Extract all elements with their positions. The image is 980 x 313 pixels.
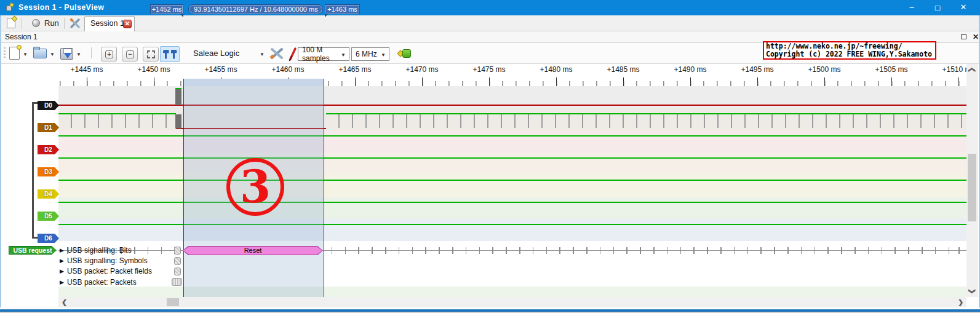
compressed-annotations-block <box>174 257 181 265</box>
reset-annotation-label: Reset <box>183 247 322 255</box>
new-view-dropdown-arrow[interactable]: ▼ <box>23 52 28 57</box>
vertical-scrollbar-thumb[interactable] <box>968 154 976 221</box>
horizontal-scrollbar-thumb[interactable] <box>167 298 179 306</box>
horizontal-scrollbar[interactable]: ❮ ❯ <box>58 297 966 307</box>
expand-arrow-icon[interactable]: ▶ <box>60 258 64 264</box>
pulseview-window: Session 1 - PulseView – ▢ ✕ Run Session … <box>0 0 980 313</box>
compressed-annotations-block <box>172 278 182 286</box>
vertical-scrollbar[interactable]: ❮ ❯ <box>966 64 978 297</box>
expand-arrow-icon[interactable]: ▶ <box>60 279 64 285</box>
new-session-icon[interactable] <box>7 18 15 28</box>
trace-d1-activity-burst <box>175 114 181 129</box>
expand-arrow-icon[interactable]: ▶ <box>60 268 64 274</box>
ruler-time-label: +1460 ms <box>271 65 304 74</box>
decoder-row-label: USB packet: Packets <box>67 278 137 287</box>
settings-tools-icon[interactable] <box>70 18 81 29</box>
decoder-row-label: USB signalling: Symbols <box>67 256 148 265</box>
cursor-flag-left[interactable]: +1452 ms <box>150 4 183 14</box>
sample-count-select[interactable]: 100 M samples▼ <box>298 47 349 61</box>
run-button[interactable]: Run <box>44 15 59 31</box>
decoder-group-tag[interactable]: USB request <box>9 246 57 255</box>
app-icon <box>5 2 15 12</box>
step-3-callout: 3 <box>226 158 284 216</box>
zoom-in-button[interactable]: + <box>101 47 117 61</box>
compressed-annotations-block <box>174 247 181 255</box>
scroll-up-icon[interactable]: ❮ <box>969 67 976 73</box>
open-file-icon[interactable] <box>33 49 47 58</box>
channel-tag-d3[interactable]: D3 <box>38 167 59 176</box>
window-border-left <box>0 15 1 313</box>
trace-d0-activity-burst <box>175 88 181 105</box>
scroll-right-icon[interactable]: ❯ <box>958 299 963 306</box>
decoder-row-label: USB signalling: Bits <box>67 246 132 255</box>
ruler-time-label: +1495 ms <box>741 65 773 74</box>
channel-tag-d4[interactable]: D4 <box>38 189 59 199</box>
window-title: Session 1 - PulseView <box>18 0 104 15</box>
callout-number: 3 <box>240 165 271 208</box>
ruler-time-label: +1490 ms <box>674 65 706 74</box>
title-bar: Session 1 - PulseView – ▢ ✕ <box>0 0 980 15</box>
minus-icon: − <box>126 50 134 58</box>
trace-d1-sof-pulses-right <box>326 114 966 128</box>
maximize-button[interactable]: ▢ <box>928 0 947 15</box>
cursor-flag-right[interactable]: +1463 ms <box>325 4 360 14</box>
scroll-left-icon[interactable]: ❮ <box>62 299 67 306</box>
channel-tag-d2[interactable]: D2 <box>38 145 59 154</box>
main-toolbar-row: Run Session 1 ✕ <box>1 15 979 31</box>
ruler-time-label: +1470 ms <box>405 65 438 74</box>
channel-probe-icon[interactable] <box>288 46 298 61</box>
trigger-io-icon[interactable] <box>398 49 412 58</box>
channel-tag-d0[interactable]: D0 <box>38 101 59 110</box>
compressed-annotations-block <box>174 267 181 275</box>
separator <box>91 47 92 58</box>
float-dock-icon[interactable] <box>961 34 966 39</box>
show-cursors-toggle[interactable] <box>160 46 180 62</box>
trace-d1-sof-pulses-left <box>58 114 177 128</box>
cursor-pin-icon <box>171 50 177 59</box>
save-file-dropdown-arrow[interactable]: ▼ <box>76 52 81 57</box>
channel-group-bracket <box>32 102 34 239</box>
label-gutter <box>1 64 58 297</box>
close-button[interactable]: ✕ <box>954 0 973 15</box>
tab-label: Session 1 <box>90 17 124 31</box>
save-file-icon[interactable] <box>60 48 73 60</box>
note-copyright: Copyright (c) 2022 FREE WING,Y.Sakamoto <box>766 50 933 58</box>
cursor-measurement-pill[interactable]: 93.914350112697 Hz / 10.648000000 ms <box>188 4 323 14</box>
run-icon[interactable] <box>32 19 40 27</box>
chevron-down-icon: ▼ <box>341 52 346 58</box>
separator <box>64 18 65 29</box>
tab-session-1[interactable]: Session 1 ✕ <box>84 16 135 31</box>
decoder-row-bits[interactable]: ▶USB signalling: Bits <box>60 246 132 255</box>
ruler-time-label: +1505 ms <box>875 65 907 74</box>
decoder-row-packets[interactable]: ▶USB packet: Packets <box>60 278 137 287</box>
open-file-dropdown-arrow[interactable]: ▼ <box>50 52 55 57</box>
channel-tag-d1[interactable]: D1 <box>38 123 59 132</box>
zoom-out-button[interactable]: − <box>122 47 138 61</box>
minimize-button[interactable]: – <box>902 0 922 15</box>
reset-annotation: Reset <box>183 246 323 255</box>
expand-arrow-icon[interactable]: ▶ <box>60 247 64 253</box>
device-config-icon[interactable] <box>269 47 284 60</box>
separator <box>22 18 22 29</box>
scroll-down-icon[interactable]: ❯ <box>969 288 976 294</box>
channel-tag-d6[interactable]: D6 <box>38 234 59 243</box>
decoder-row-packet-fields[interactable]: ▶USB packet: Packet fields <box>60 267 152 275</box>
new-view-icon[interactable] <box>9 47 20 60</box>
zoom-fit-button[interactable] <box>143 47 159 61</box>
tab-close-icon[interactable]: ✕ <box>123 20 132 28</box>
dock-title: Session 1 <box>5 31 38 42</box>
device-dropdown-arrow[interactable]: ▼ <box>260 52 265 57</box>
decoder-bits-ticks-right <box>326 247 966 254</box>
ruler-time-label: +1500 ms <box>808 65 840 74</box>
copyright-note: http://www.neko.ne.jp/~freewing/ Copyrig… <box>763 41 936 60</box>
channel-tag-d5[interactable]: D5 <box>38 212 59 221</box>
sample-rate-select[interactable]: 6 MHz▼ <box>351 47 389 61</box>
plus-icon: + <box>105 50 113 58</box>
toolbar-drag-handle[interactable] <box>4 47 6 60</box>
ruler-time-label: +1465 ms <box>338 65 371 74</box>
device-selector[interactable]: Saleae Logic <box>193 43 239 64</box>
ruler-time-label: +1455 ms <box>204 65 237 74</box>
decoder-row-symbols[interactable]: ▶USB signalling: Symbols <box>60 256 148 265</box>
chevron-down-icon: ▼ <box>381 52 386 58</box>
ruler-time-label: +1485 ms <box>607 65 639 74</box>
